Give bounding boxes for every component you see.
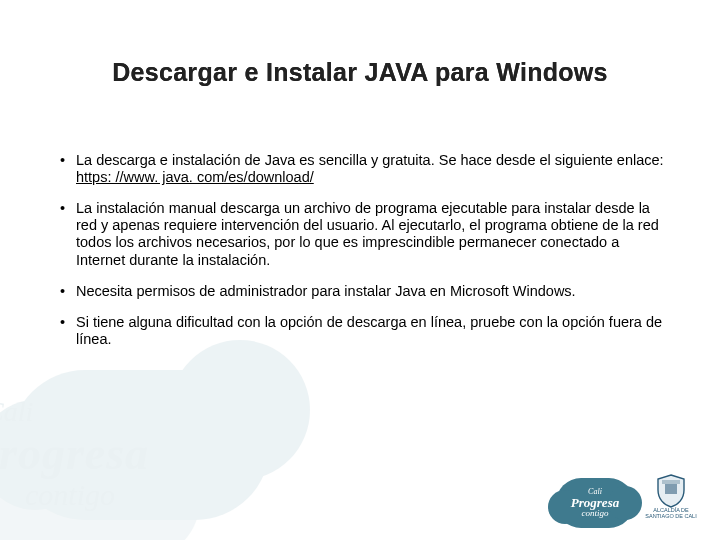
cloud-logo-line3: contigo <box>582 509 609 518</box>
body-text: La descarga e instalación de Java es sen… <box>60 152 670 362</box>
svg-rect-0 <box>665 484 677 494</box>
bullet-item: Si tiene alguna dificultad con la opción… <box>60 314 670 348</box>
svg-rect-1 <box>662 480 680 484</box>
bullet-text: Si tiene alguna dificultad con la opción… <box>76 314 662 347</box>
bullet-text: Necesita permisos de administrador para … <box>76 283 576 299</box>
slide-title: Descargar e Instalar JAVA para Windows <box>0 58 720 87</box>
alcaldia-cali-logo: ALCALDÍA DE SANTIAGO DE CALI <box>644 474 698 528</box>
watermark-word-1: Cali <box>0 396 33 428</box>
shield-icon <box>656 474 686 508</box>
watermark-word-3: contigo <box>25 478 115 512</box>
cali-progresa-logo: Cali Progresa contigo <box>556 478 634 528</box>
bullet-item: Necesita permisos de administrador para … <box>60 283 670 300</box>
shield-logo-line2: SANTIAGO DE CALI <box>645 514 696 520</box>
download-link[interactable]: https: //www. java. com/es/download/ <box>76 169 314 185</box>
footer-logos: Cali Progresa contigo ALCALDÍA DE SANTIA… <box>556 474 698 528</box>
bullet-text: La descarga e instalación de Java es sen… <box>76 152 664 168</box>
bullet-item: La instalación manual descarga un archiv… <box>60 200 670 268</box>
bullet-item: La descarga e instalación de Java es sen… <box>60 152 670 186</box>
slide-root: Cali progresa contigo Descargar e Instal… <box>0 0 720 540</box>
bullet-text: La instalación manual descarga un archiv… <box>76 200 659 267</box>
watermark-word-2: progresa <box>0 427 149 480</box>
